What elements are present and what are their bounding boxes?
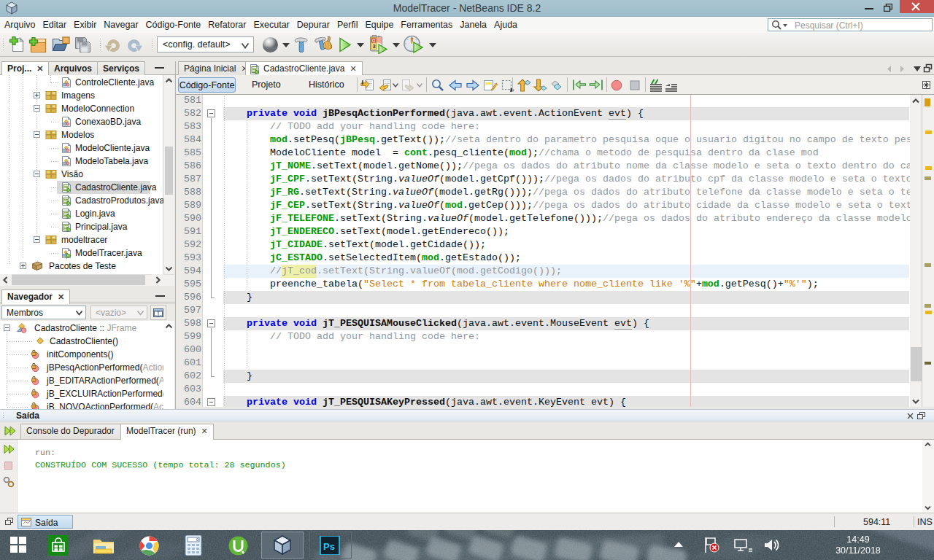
svg-text:3: 3 <box>372 43 375 50</box>
svg-text:Ps: Ps <box>323 541 335 552</box>
svg-text:0: 0 <box>196 538 198 542</box>
